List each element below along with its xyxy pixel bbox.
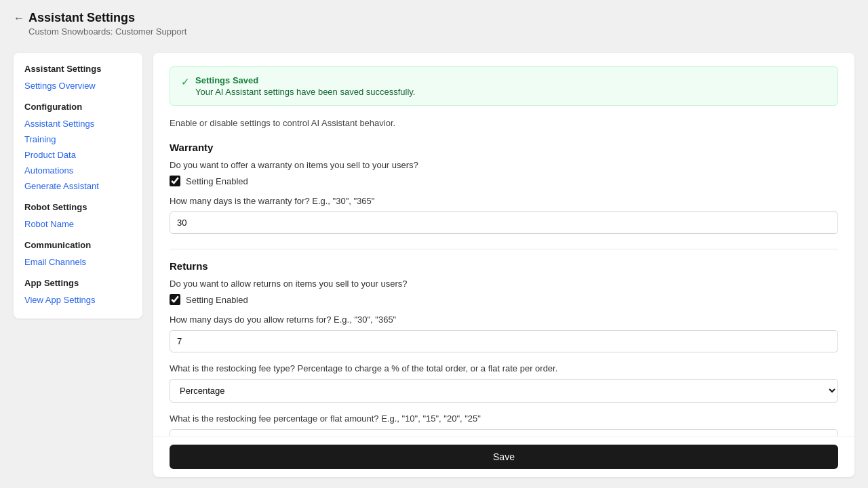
returns-checkbox-label: Setting Enabled: [186, 295, 248, 305]
restocking-fee-type-select[interactable]: PercentageFlat Rate: [170, 379, 838, 403]
returns-days-input[interactable]: [170, 330, 838, 352]
sidebar-link-assistant-settings[interactable]: Assistant Settings: [24, 116, 132, 131]
check-icon: ✓: [181, 76, 190, 88]
returns-question3: What is the restocking fee type? Percent…: [170, 363, 838, 373]
save-bar: Save: [153, 436, 854, 477]
main-content: ✓ Settings Saved Your AI Assistant setti…: [153, 53, 854, 436]
sidebar-section-title-3: Communication: [24, 240, 132, 250]
sidebar-link-automations[interactable]: Automations: [24, 163, 132, 178]
warranty-question2: How many days is the warranty for? E.g.,…: [170, 196, 838, 206]
sidebar-section-title-1: Configuration: [24, 102, 132, 112]
success-title: Settings Saved: [195, 75, 415, 85]
section-divider: [170, 249, 838, 249]
top-header: ← Assistant Settings Custom Snowboards: …: [0, 0, 868, 42]
warranty-checkbox[interactable]: [170, 176, 180, 186]
page-title: Assistant Settings: [28, 11, 135, 25]
returns-question4: What is the restocking fee percentage or…: [170, 413, 838, 424]
page-subtitle: Custom Snowboards: Customer Support: [28, 26, 854, 37]
sidebar-section-title-2: Robot Settings: [24, 202, 132, 212]
sidebar-link-settings-overview[interactable]: Settings Overview: [24, 78, 132, 94]
intro-text: Enable or disable settings to control AI…: [170, 118, 838, 128]
returns-section: Returns Do you want to allow returns on …: [170, 260, 838, 436]
warranty-days-input[interactable]: [170, 211, 838, 234]
back-link[interactable]: ← Assistant Settings: [14, 11, 854, 25]
back-arrow-icon: ←: [14, 12, 24, 24]
main-panel: ✓ Settings Saved Your AI Assistant setti…: [153, 53, 854, 477]
sidebar-link-generate-assistant[interactable]: Generate Assistant: [24, 178, 132, 194]
restocking-fee-amount-input[interactable]: [170, 429, 838, 436]
success-text: Settings Saved Your AI Assistant setting…: [195, 75, 415, 97]
sidebar-link-product-data[interactable]: Product Data: [24, 147, 132, 163]
returns-question2: How many days do you allow returns for? …: [170, 314, 838, 325]
returns-checkbox[interactable]: [170, 294, 180, 305]
page-wrapper: ← Assistant Settings Custom Snowboards: …: [0, 0, 868, 488]
returns-question1: Do you want to allow returns on items yo…: [170, 279, 838, 289]
sidebar-link-training[interactable]: Training: [24, 131, 132, 147]
success-banner: ✓ Settings Saved Your AI Assistant setti…: [170, 66, 838, 106]
returns-section-title: Returns: [170, 260, 838, 272]
warranty-question1: Do you want to offer a warranty on items…: [170, 160, 838, 170]
returns-checkbox-row: Setting Enabled: [170, 294, 838, 305]
sidebar-section-title-4: App Settings: [24, 278, 132, 288]
sidebar: Assistant SettingsSettings OverviewConfi…: [14, 53, 142, 319]
sidebar-section-title-0: Assistant Settings: [24, 64, 132, 74]
sidebar-link-email-channels[interactable]: Email Channels: [24, 254, 132, 270]
sidebar-link-view-app-settings[interactable]: View App Settings: [24, 292, 132, 308]
warranty-checkbox-label: Setting Enabled: [186, 176, 248, 186]
warranty-section: Warranty Do you want to offer a warranty…: [170, 142, 838, 245]
save-button[interactable]: Save: [170, 445, 838, 469]
warranty-checkbox-row: Setting Enabled: [170, 176, 838, 186]
warranty-section-title: Warranty: [170, 142, 838, 153]
content-area: Assistant SettingsSettings OverviewConfi…: [0, 42, 868, 488]
success-message: Your AI Assistant settings have been sav…: [195, 87, 415, 97]
sidebar-link-robot-name[interactable]: Robot Name: [24, 216, 132, 232]
